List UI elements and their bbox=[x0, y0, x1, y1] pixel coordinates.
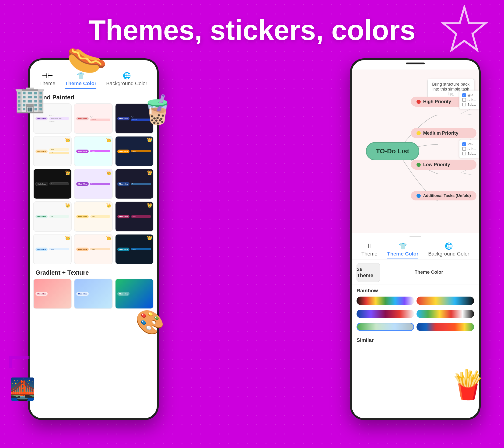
theme-count-row: 36 Theme Theme Color bbox=[352, 259, 479, 285]
bridge-sticker: 🌉 bbox=[9, 377, 36, 401]
tab-theme-right[interactable]: ⊣⊢ Theme bbox=[361, 242, 377, 259]
gradient-card-3[interactable]: Main Idea bbox=[115, 279, 154, 309]
theme-grid: Main Idea Topic 1 Topic 2 Main Idea Subt… bbox=[30, 103, 157, 264]
fries-sticker: 🍟 bbox=[450, 368, 485, 401]
color-stripe-2[interactable] bbox=[357, 310, 414, 318]
theme-count-badge: 36 Theme bbox=[357, 263, 380, 282]
tshirt-icon-right: 👕 bbox=[399, 242, 407, 250]
color-stripes-grid bbox=[357, 297, 474, 333]
gradient-header: Gradient + Texture bbox=[30, 264, 157, 279]
check-panel-2: ✓ Rev... Sub... Sub... bbox=[459, 140, 479, 158]
theme-card-9[interactable]: 👑 Main Idea Topic bbox=[115, 169, 154, 199]
globe-icon-left: 🌐 bbox=[123, 72, 131, 80]
gradient-grid: Main Idea Main Idea Main Idea bbox=[30, 279, 157, 309]
hand-painted-header: Hand Painted bbox=[30, 89, 157, 103]
branch-low-priority: Low Priority bbox=[411, 160, 476, 170]
theme-card-8[interactable]: 👑 Main Idea Topic bbox=[74, 169, 112, 199]
theme-icon-left: ⊣⊢ bbox=[42, 72, 53, 80]
theme-card-5[interactable]: 👑 Main Idea Topic bbox=[74, 136, 112, 166]
color-stripe-6[interactable] bbox=[416, 323, 474, 331]
tab-bg-color-left[interactable]: 🌐 Background Color bbox=[106, 72, 147, 89]
color-stripe-1[interactable] bbox=[357, 297, 414, 305]
right-phone-notch bbox=[352, 60, 479, 70]
tab-theme-color-right[interactable]: 👕 Theme Color bbox=[387, 242, 418, 259]
theme-card-6[interactable]: 👑 Main Idea Topic bbox=[115, 136, 154, 166]
gradient-card-1[interactable]: Main Idea bbox=[33, 279, 72, 309]
theme-card-12[interactable]: 👑 Main Idea Topic bbox=[115, 201, 154, 232]
star-decoration bbox=[439, 5, 490, 56]
drink-sticker: 🧋 bbox=[140, 93, 175, 126]
color-stripe-4[interactable] bbox=[416, 297, 474, 305]
theme-card-10[interactable]: 👑 Main Idea Sub bbox=[33, 201, 72, 232]
right-tab-bar: ⊣⊢ Theme 👕 Theme Color 🌐 Background Colo… bbox=[352, 240, 479, 259]
color-panel: Rainbow Similar bbox=[352, 285, 479, 346]
check-panel: ✓ @je... Sub... Sub... bbox=[459, 90, 479, 109]
theme-card-14[interactable]: 👑 Main Idea Topic bbox=[74, 234, 112, 264]
notch-bar-right bbox=[406, 63, 425, 64]
theme-scroll-area[interactable]: Hand Painted Main Idea Topic 1 Topic 2 M… bbox=[30, 89, 157, 405]
rainbow-label: Rainbow bbox=[357, 288, 474, 294]
page-title: Themes, stickers, colors bbox=[89, 14, 415, 46]
right-phone: Bring structure back into this simple ta… bbox=[350, 58, 481, 420]
theme-card-2[interactable]: Main Idea Topic 1 Topic 2 bbox=[74, 103, 112, 134]
palette-sticker: 🎨 bbox=[135, 308, 164, 336]
theme-card-4[interactable]: 👑 Main Idea Topic Sub bbox=[33, 136, 72, 166]
theme-card-13[interactable]: 👑 Main Idea Topic bbox=[33, 234, 72, 264]
bracket-decor: ⌐ bbox=[7, 336, 32, 378]
globe-icon-right: 🌐 bbox=[445, 242, 453, 250]
theme-card-7[interactable]: 👑 Main Idea Topic bbox=[33, 169, 72, 199]
color-stripe-5[interactable] bbox=[416, 310, 474, 318]
theme-card-15[interactable]: 👑 Main Idea Topic bbox=[115, 234, 154, 264]
theme-count-area: 36 Theme bbox=[357, 263, 380, 282]
building-sticker: 🏢 bbox=[14, 84, 46, 114]
tab-bg-color-right[interactable]: 🌐 Background Color bbox=[428, 242, 469, 259]
gradient-card-2[interactable]: Main Idea bbox=[74, 279, 112, 309]
theme-card-11[interactable]: 👑 Main Idea Topic bbox=[74, 201, 112, 232]
theme-icon-right: ⊣⊢ bbox=[364, 242, 375, 250]
drag-handle bbox=[352, 233, 479, 240]
branch-medium-priority: Medium Priority bbox=[411, 128, 476, 138]
mindmap-area: Bring structure back into this simple ta… bbox=[352, 70, 479, 233]
svg-marker-0 bbox=[443, 7, 485, 50]
color-stripe-3[interactable] bbox=[357, 323, 414, 331]
theme-color-label-area: Theme Color bbox=[384, 269, 474, 276]
left-phone: ⊣⊢ Theme 👕 Theme Color 🌐 Background Colo… bbox=[28, 58, 159, 420]
similar-label: Similar bbox=[357, 337, 474, 343]
branch-additional-tasks: Additional Tasks (Unfold) bbox=[411, 191, 476, 200]
